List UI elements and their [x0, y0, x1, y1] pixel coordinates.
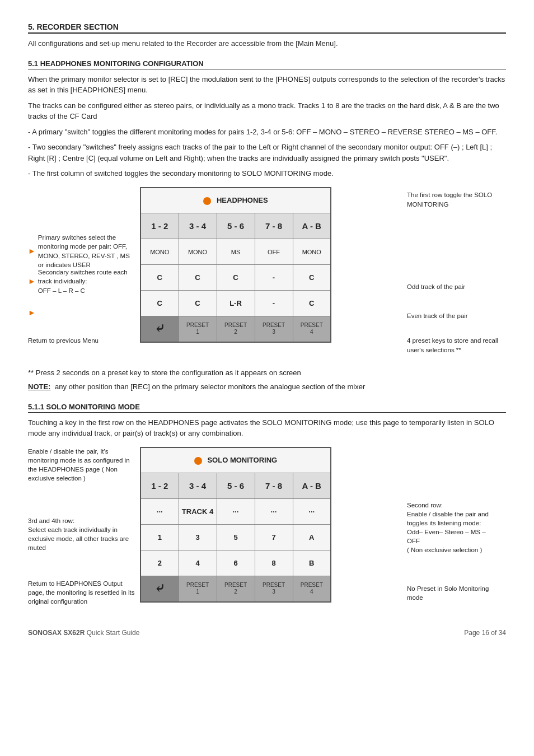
mono-34[interactable]: MONO: [179, 239, 217, 265]
dash-odd-78[interactable]: -: [255, 265, 293, 291]
solo-r2-c2[interactable]: TRACK 4: [179, 499, 217, 525]
solo-col-12[interactable]: 1 - 2: [140, 473, 179, 499]
solo-col-34[interactable]: 3 - 4: [179, 473, 217, 499]
note-label: NOTE:: [28, 382, 50, 391]
note2: NOTE: any other position than [REC] on t…: [28, 381, 506, 393]
return-arrow-icon: ⤶: [154, 321, 165, 336]
solo-col-78[interactable]: 7 - 8: [255, 473, 293, 499]
solo-table-container: SOLO MONITORING 1 - 2 3 - 4 5 - 6 7 - 8 …: [140, 447, 402, 603]
preset-4[interactable]: PRESET4: [293, 316, 331, 342]
preset-row[interactable]: ⤶ PRESET1 PRESET2 PRESET3 PRESET4: [140, 316, 331, 342]
c-odd-12[interactable]: C: [140, 265, 179, 291]
section-51-para3: - A primary "switch" toggles the differe…: [28, 127, 506, 138]
section-5-title: 5. RECORDER SECTION: [28, 22, 506, 34]
c-odd-ab[interactable]: C: [293, 265, 331, 291]
solo-r3-c2[interactable]: 3: [179, 525, 217, 550]
headphones-title: HEADPHONES: [217, 196, 268, 204]
solo-preset-4[interactable]: PRESET4: [293, 576, 331, 602]
title-row: HEADPHONES: [140, 188, 331, 213]
solo-row4[interactable]: 2 4 6 8 B: [140, 550, 331, 576]
c-odd-56[interactable]: C: [217, 265, 255, 291]
headphones-table: HEADPHONES 1 - 2 3 - 4 5 - 6 7 - 8 A - B…: [140, 187, 331, 343]
section-51-title: 5.1 HEADPHONES MONITORING CONFIGURATION: [28, 59, 506, 69]
preset-1[interactable]: PRESET1: [179, 316, 217, 342]
primary-label: Primary switches select the monitoring m…: [38, 233, 135, 269]
solo-title-row: SOLO MONITORING: [140, 447, 331, 473]
solo-return-label: Return to HEADPHONES Output page, the mo…: [28, 579, 135, 606]
solo-r2-c3[interactable]: ···: [217, 499, 255, 525]
solo-r4-c5[interactable]: B: [293, 550, 331, 576]
headphones-right-labels: The first row toggle the SOLO MONITORING…: [402, 187, 506, 362]
orange-dot-solo: [194, 457, 202, 465]
section-51: 5.1 HEADPHONES MONITORING CONFIGURATION …: [28, 59, 506, 393]
solo-r2-c5[interactable]: ···: [293, 499, 331, 525]
return-label: Return to previous Menu: [28, 336, 99, 345]
dash-even-78[interactable]: -: [255, 291, 293, 316]
col-12[interactable]: 1 - 2: [140, 213, 179, 239]
headphones-left-labels: ► Primary switches select the monitoring…: [28, 187, 140, 354]
headphones-diagram: ► Primary switches select the monitoring…: [28, 187, 506, 362]
section-511-para1: Touching a key in the first row on the H…: [28, 417, 506, 439]
section-51-para5: - The first column of switched toggles t…: [28, 168, 506, 179]
section-51-para2: The tracks can be configured either as s…: [28, 100, 506, 122]
col-ab[interactable]: A - B: [293, 213, 331, 239]
col-56[interactable]: 5 - 6: [217, 213, 255, 239]
solo-preset-2[interactable]: PRESET2: [217, 576, 255, 602]
orange-dot-headphones: [203, 197, 211, 205]
solo-right-spacer1: [407, 447, 506, 473]
solo-r3-c1[interactable]: 1: [140, 525, 179, 550]
solo-rows34-label: 3rd and 4th row:Select each track indivi…: [28, 516, 135, 552]
right-label-even: Even track of the pair: [407, 304, 506, 329]
odd-row[interactable]: C C C - C: [140, 265, 331, 291]
solo-preset-row[interactable]: ⤶ PRESET1 PRESET2 PRESET3 PRESET4: [140, 576, 331, 602]
solo-right-second-row: Second row:Enable / disable the pair and…: [407, 498, 506, 555]
c-even-34[interactable]: C: [179, 291, 217, 316]
preset-3[interactable]: PRESET3: [255, 316, 293, 342]
solo-r4-c1[interactable]: 2: [140, 550, 179, 576]
mono-row[interactable]: MONO MONO MS OFF MONO: [140, 239, 331, 265]
solo-return-arrow-cell[interactable]: ⤶: [140, 576, 179, 602]
mono-ab[interactable]: MONO: [293, 239, 331, 265]
off-78[interactable]: OFF: [255, 239, 293, 265]
col-34[interactable]: 3 - 4: [179, 213, 217, 239]
solo-col-ab[interactable]: A - B: [293, 473, 331, 499]
solo-preset-3[interactable]: PRESET3: [255, 576, 293, 602]
solo-row3[interactable]: 1 3 5 7 A: [140, 525, 331, 550]
solo-left-labels: Enable / disable the pair, It's monitori…: [28, 447, 140, 612]
right-label-odd: Odd track of the pair: [407, 274, 506, 300]
solo-r3-c3[interactable]: 5: [217, 525, 255, 550]
section-511: 5.1.1 SOLO MONITORING MODE Touching a ke…: [28, 403, 506, 612]
preset-2[interactable]: PRESET2: [217, 316, 255, 342]
section-5-intro: All configurations and set-up menu relat…: [28, 38, 506, 49]
brand-name: SONOSAX SX62R: [28, 629, 85, 637]
solo-r3-c5[interactable]: A: [293, 525, 331, 550]
c-even-12[interactable]: C: [140, 291, 179, 316]
solo-col-56[interactable]: 5 - 6: [217, 473, 255, 499]
lr-even-56[interactable]: L-R: [217, 291, 255, 316]
solo-r4-c4[interactable]: 8: [255, 550, 293, 576]
col-header-row[interactable]: 1 - 2 3 - 4 5 - 6 7 - 8 A - B: [140, 213, 331, 239]
solo-r4-c2[interactable]: 4: [179, 550, 217, 576]
solo-r2-c1[interactable]: ···: [140, 499, 179, 525]
solo-preset-1[interactable]: PRESET1: [179, 576, 217, 602]
c-even-ab[interactable]: C: [293, 291, 331, 316]
even-row[interactable]: C C L-R - C: [140, 291, 331, 316]
solo-return-arrow-icon: ⤶: [154, 581, 165, 596]
solo-r3-c4[interactable]: 7: [255, 525, 293, 550]
col-78[interactable]: 7 - 8: [255, 213, 293, 239]
ms-56[interactable]: MS: [217, 239, 255, 265]
mono-12[interactable]: MONO: [140, 239, 179, 265]
section-51-para4: - Two secondary "switches" freely assign…: [28, 142, 506, 164]
solo-right-spacer2: [407, 473, 506, 498]
secondary-label: Secondary switches route each track indi…: [38, 268, 135, 295]
solo-right-spacer3: [407, 554, 506, 580]
solo-col-header-row[interactable]: 1 - 2 3 - 4 5 - 6 7 - 8 A - B: [140, 473, 331, 499]
solo-r2-c4[interactable]: ···: [255, 499, 293, 525]
solo-title: SOLO MONITORING: [207, 456, 277, 464]
solo-row2[interactable]: ··· TRACK 4 ··· ··· ···: [140, 499, 331, 525]
c-odd-34[interactable]: C: [179, 265, 217, 291]
section-51-para1: When the primary monitor selector is set…: [28, 74, 506, 96]
return-arrow-cell[interactable]: ⤶: [140, 316, 179, 342]
right-label-preset: 4 preset keys to store and recall user's…: [407, 333, 506, 358]
solo-r4-c3[interactable]: 6: [217, 550, 255, 576]
